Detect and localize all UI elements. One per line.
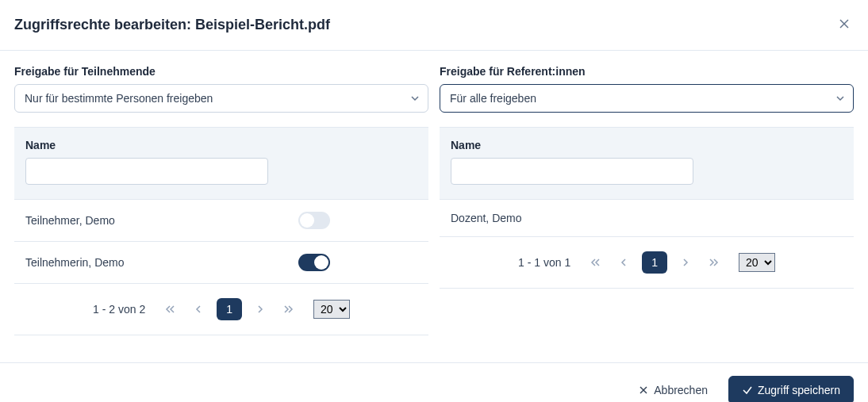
- current-page[interactable]: 1: [217, 298, 242, 320]
- participants-name-column: Name: [25, 139, 417, 151]
- list-item-name: Teilnehmer, Demo: [25, 214, 298, 227]
- page-size-select[interactable]: 20: [739, 253, 775, 272]
- participants-share-select[interactable]: Nur für bestimmte Personen freigeben: [14, 84, 428, 113]
- page-size-select[interactable]: 20: [313, 300, 350, 319]
- prev-page-button[interactable]: [188, 299, 209, 320]
- chevrons-left-icon: [590, 257, 601, 268]
- chevron-right-icon: [255, 304, 266, 315]
- next-page-button[interactable]: [250, 299, 271, 320]
- cancel-button[interactable]: Abbrechen: [627, 376, 719, 402]
- participants-panel: Freigabe für Teilnehmende Nur für bestim…: [14, 65, 428, 335]
- list-item: Teilnehmerin, Demo: [14, 242, 428, 284]
- prev-page-button[interactable]: [613, 252, 634, 273]
- chevrons-right-icon: [283, 304, 294, 315]
- save-button[interactable]: Zugriff speichern: [728, 376, 854, 402]
- presenters-share-select[interactable]: Für alle freigeben: [440, 84, 854, 113]
- close-icon: [638, 385, 649, 396]
- close-button[interactable]: [835, 14, 854, 36]
- presenters-filter-header: Name: [440, 127, 854, 200]
- participants-filter-header: Name: [14, 127, 428, 200]
- list-item-name: Dozent, Demo: [451, 212, 843, 224]
- participants-name-filter[interactable]: [25, 158, 268, 185]
- participants-label: Freigabe für Teilnehmende: [14, 65, 428, 78]
- access-toggle[interactable]: [298, 212, 330, 229]
- chevron-left-icon: [193, 304, 204, 315]
- page-info: 1 - 1 von 1: [518, 256, 570, 269]
- first-page-button[interactable]: [159, 299, 180, 320]
- last-page-button[interactable]: [278, 299, 299, 320]
- next-page-button[interactable]: [675, 252, 696, 273]
- last-page-button[interactable]: [704, 252, 724, 273]
- access-toggle[interactable]: [298, 254, 330, 271]
- presenters-name-filter[interactable]: [451, 158, 693, 185]
- close-icon: [838, 17, 851, 30]
- chevron-left-icon: [618, 257, 629, 268]
- chevron-right-icon: [680, 257, 691, 268]
- participants-pagination: 1 - 2 von 2 1 20: [14, 284, 428, 335]
- list-item: Dozent, Demo: [440, 200, 854, 237]
- first-page-button[interactable]: [585, 252, 605, 273]
- chevrons-left-icon: [164, 304, 175, 315]
- save-label: Zugriff speichern: [758, 384, 840, 396]
- list-item: Teilnehmer, Demo: [14, 200, 428, 242]
- check-icon: [742, 385, 753, 396]
- presenters-name-column: Name: [451, 139, 843, 151]
- presenters-label: Freigabe für Referent:innen: [440, 65, 854, 78]
- chevrons-right-icon: [709, 257, 720, 268]
- current-page[interactable]: 1: [642, 251, 667, 274]
- presenters-pagination: 1 - 1 von 1 1 20: [440, 237, 854, 289]
- cancel-label: Abbrechen: [654, 384, 708, 396]
- presenters-panel: Freigabe für Referent:innen Für alle fre…: [440, 65, 854, 335]
- list-item-name: Teilnehmerin, Demo: [25, 256, 298, 269]
- page-title: Zugriffsrechte bearbeiten: Beispiel-Beri…: [14, 17, 330, 33]
- page-info: 1 - 2 von 2: [93, 303, 145, 316]
